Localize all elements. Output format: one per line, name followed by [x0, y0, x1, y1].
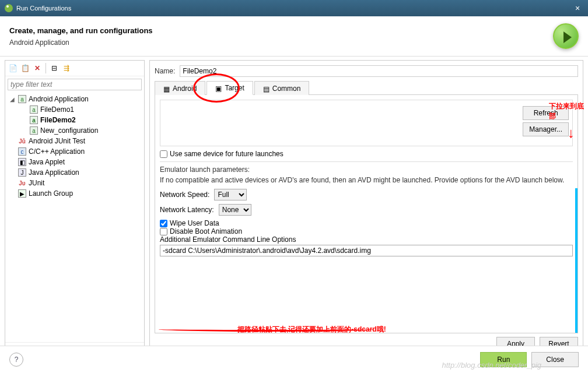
content-panel: Name: ▦Android ▣Target ▤Common Refresh M…: [149, 60, 583, 356]
tree-label: Android JUnit Test: [29, 137, 85, 145]
tree-label: JUnit: [29, 179, 44, 187]
header-title: Create, manage, and run configurations: [9, 26, 153, 35]
app-icon: [5, 4, 13, 12]
annotation-underline: [159, 327, 374, 332]
config-tree: ◢aAndroid Application aFileDemo1 aFileDe…: [5, 93, 144, 342]
close-icon[interactable]: ×: [572, 3, 583, 13]
cmd-options-label: Additional Emulator Command Line Options: [160, 235, 573, 244]
tree-item-junit[interactable]: JυJUnit: [6, 178, 143, 188]
new-config-icon[interactable]: 📄: [8, 63, 18, 73]
network-latency-label: Network Latency:: [160, 206, 214, 214]
tab-label: Target: [225, 84, 244, 92]
help-button[interactable]: ?: [9, 353, 23, 367]
network-speed-label: Network Speed:: [160, 191, 209, 199]
emulator-params-title: Emulator launch parameters:: [160, 166, 573, 174]
tab-label: Android: [173, 85, 197, 93]
tree-label: FileDemo2: [40, 116, 76, 124]
emulator-params-desc: If no compatible and active devices or A…: [160, 176, 573, 184]
delete-icon[interactable]: ✕: [32, 63, 43, 73]
tree-item-android-junit[interactable]: JůAndroid JUnit Test: [6, 136, 143, 146]
tree-item-filedemo1[interactable]: aFileDemo1: [6, 104, 143, 115]
tree-label: Launch Group: [29, 189, 73, 198]
tab-bar: ▦Android ▣Target ▤Common: [155, 80, 578, 95]
disable-boot-anim-label: Disable Boot Animation: [170, 227, 242, 235]
scrollbar-indicator[interactable]: [575, 188, 578, 333]
wipe-user-data-checkbox[interactable]: [160, 220, 167, 227]
tab-label: Common: [272, 85, 301, 93]
devices-table: Refresh Manager...: [160, 100, 573, 146]
tree-label: Android Application: [29, 95, 89, 103]
duplicate-icon[interactable]: 📋: [20, 63, 30, 73]
header-subtitle: Android Application: [9, 38, 153, 47]
target-icon: ▣: [215, 85, 222, 92]
tree-label: Java Applet: [29, 158, 65, 166]
sidebar-toolbar: 📄 📋 ✕ ⊟ ⇶: [5, 61, 144, 76]
tab-target[interactable]: ▣Target: [206, 81, 253, 95]
tree-item-android-app[interactable]: ◢aAndroid Application: [6, 94, 143, 104]
config-name-input[interactable]: [180, 65, 578, 77]
tab-android[interactable]: ▦Android: [155, 81, 205, 95]
manager-button[interactable]: Manager...: [523, 122, 569, 136]
use-same-device-label: Use same device for future launches: [170, 150, 284, 158]
titlebar: Run Configurations ×: [0, 0, 588, 16]
watermark: http://blog.csdn.net/coder_pig: [442, 361, 541, 370]
name-label: Name:: [155, 67, 175, 75]
android-icon: ▦: [163, 85, 170, 92]
network-latency-select[interactable]: None: [219, 204, 251, 216]
dialog-header: Create, manage, and run configurations A…: [0, 16, 588, 57]
target-tab-content: Refresh Manager... Use same device for f…: [155, 95, 578, 333]
tree-item-new-config[interactable]: aNew_configuration: [6, 125, 143, 136]
tree-label: C/C++ Application: [29, 147, 85, 156]
common-icon: ▤: [263, 85, 270, 92]
tree-item-launch-group[interactable]: ▶Launch Group: [6, 188, 143, 199]
tree-label: FileDemo1: [40, 105, 74, 114]
filter-icon[interactable]: ⇶: [61, 63, 72, 73]
wipe-user-data-label: Wipe User Data: [170, 219, 219, 227]
window-title: Run Configurations: [16, 5, 572, 12]
tree-label: Java Application: [29, 168, 79, 177]
sidebar: 📄 📋 ✕ ⊟ ⇶ ◢aAndroid Application aFileDem…: [5, 60, 145, 356]
filter-input[interactable]: [8, 79, 142, 90]
tree-item-java-applet[interactable]: ◧Java Applet: [6, 157, 143, 167]
tree-item-filedemo2[interactable]: aFileDemo2: [6, 115, 143, 125]
network-speed-select[interactable]: Full: [214, 189, 247, 200]
run-icon-large: [553, 23, 579, 49]
refresh-button[interactable]: Refresh: [523, 106, 569, 120]
tab-common[interactable]: ▤Common: [254, 81, 310, 95]
use-same-device-checkbox[interactable]: [160, 150, 167, 158]
cmd-options-input[interactable]: [160, 245, 573, 256]
tree-item-cpp-app[interactable]: cC/C++ Application: [6, 146, 143, 157]
tree-label: New_configuration: [40, 126, 98, 135]
collapse-all-icon[interactable]: ⊟: [49, 63, 60, 73]
tree-item-java-app[interactable]: JJava Application: [6, 167, 143, 178]
disable-boot-anim-checkbox[interactable]: [160, 228, 167, 235]
